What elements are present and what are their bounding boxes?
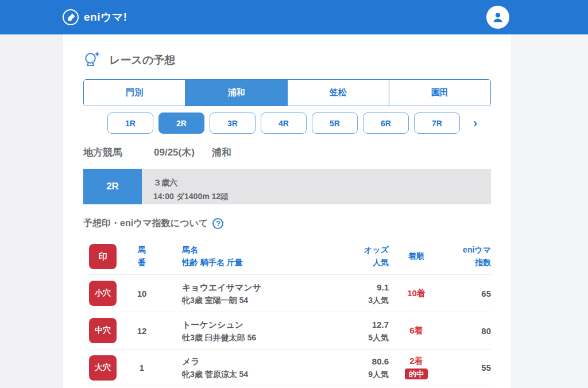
- odds-value: 9.1: [331, 281, 389, 294]
- row-mark-cell: 中穴: [89, 318, 117, 343]
- race-button-4r[interactable]: 4R: [261, 112, 307, 134]
- table-row[interactable]: 中穴 12 トーケンシュン 牡3歳 臼井健太郎 56 12.7 5人気 6着 8…: [89, 312, 491, 349]
- result-text: 6着: [409, 325, 423, 335]
- eniuma-index: 80: [444, 326, 491, 336]
- race-button-6r[interactable]: 6R: [363, 112, 409, 134]
- meta-date: 09/25(木): [154, 146, 195, 159]
- prediction-table: 印 馬 番 馬名 性齢 騎手名 斤量 オッズ 人気 着順: [89, 239, 491, 386]
- horse-name-cell: キョウエイサマンサ 牝3歳 室陽一朗 54: [163, 281, 331, 306]
- race-button-3r[interactable]: 3R: [210, 112, 256, 134]
- header-index-line2: 指数: [444, 257, 491, 269]
- race-details: 14:00 ダ1400m 12頭: [153, 191, 491, 202]
- venue-tab-kasamatsu[interactable]: 笠松: [287, 80, 389, 106]
- row-mark-cell: 小穴: [89, 281, 117, 306]
- result-text: 2着: [409, 356, 423, 367]
- top-header: eniウマ!: [0, 0, 588, 34]
- venue-tab-monbetsu[interactable]: 門別: [84, 80, 185, 106]
- logo-text: eniウマ!: [84, 10, 127, 25]
- horse-detail: 牡3歳 臼井健太郎 56: [182, 332, 331, 344]
- page-body: レースの予想 門別 浦和 笠松 園田 1R 2R 3R 4R 5R 6R 7R …: [0, 34, 588, 388]
- venue-tab-bar: 門別 浦和 笠松 園田: [83, 79, 491, 106]
- race-button-1r[interactable]: 1R: [107, 112, 153, 134]
- table-row[interactable]: 大穴 1 メラ 牝3歳 菅原涼太 54 80.6 9人気 2着 的中: [89, 349, 491, 386]
- header-horse-name: 馬名 性齢 騎手名 斤量: [163, 244, 331, 269]
- header-horse-number-line1: 馬: [121, 244, 163, 257]
- header-horse-name-line2: 性齢 騎手名 斤量: [182, 257, 331, 269]
- result-hit-wrap: 2着 的中: [389, 356, 444, 379]
- about-link-label: 予想印・eniウマ指数について: [83, 218, 208, 230]
- race-button-7r[interactable]: 7R: [414, 112, 460, 134]
- popularity: 3人気: [331, 294, 389, 306]
- row-mark-cell: 大穴: [89, 355, 117, 381]
- popularity: 9人気: [331, 368, 389, 381]
- venue-tab-urawa[interactable]: 浦和: [185, 80, 287, 106]
- odds-value: 80.6: [331, 355, 389, 368]
- odds-cell: 80.6 9人気: [331, 355, 389, 381]
- page-title: レースの予想: [109, 53, 175, 68]
- eniuma-index: 65: [444, 289, 491, 298]
- header-result: 着順: [389, 250, 444, 263]
- odds-cell: 9.1 3人気: [331, 281, 389, 306]
- race-name: ３歳六: [153, 177, 491, 188]
- horse-number: 10: [121, 289, 163, 298]
- header-odds: オッズ 人気: [331, 244, 389, 269]
- next-races-chevron-icon[interactable]: ›: [473, 117, 477, 130]
- header-horse-name-line1: 馬名: [182, 244, 331, 257]
- hit-badge: 的中: [405, 368, 428, 379]
- meta-venue: 浦和: [212, 146, 231, 159]
- user-avatar-button[interactable]: [486, 6, 509, 29]
- race-round-bar: 1R 2R 3R 4R 5R 6R 7R ›: [83, 112, 491, 134]
- page-title-row: レースの予想: [83, 50, 491, 70]
- race-info-bar: 2R ３歳六 14:00 ダ1400m 12頭: [83, 169, 491, 204]
- result-text: 10着: [407, 288, 425, 298]
- mark-header-badge: 印: [89, 244, 117, 269]
- race-description: ３歳六 14:00 ダ1400m 12頭: [142, 169, 491, 204]
- race-meta-row: 地方競馬 09/25(木) 浦和: [83, 146, 491, 159]
- table-row[interactable]: 小穴 10 キョウエイサマンサ 牝3歳 室陽一朗 54 9.1 3人気 10着 …: [89, 274, 491, 312]
- horse-name: メラ: [182, 355, 331, 368]
- header-horse-number-line2: 番: [121, 257, 163, 269]
- about-link[interactable]: 予想印・eniウマ指数について ?: [83, 218, 491, 230]
- header-horse-number: 馬 番: [121, 244, 163, 269]
- logo[interactable]: eniウマ!: [62, 9, 127, 26]
- user-icon: [491, 10, 505, 24]
- race-button-5r[interactable]: 5R: [312, 112, 358, 134]
- right-gutter: [511, 34, 588, 388]
- odds-value: 12.7: [331, 318, 389, 332]
- main-content: レースの予想 門別 浦和 笠松 園田 1R 2R 3R 4R 5R 6R 7R …: [63, 34, 511, 388]
- help-icon[interactable]: ?: [212, 218, 223, 229]
- mark-badge: 中穴: [89, 318, 117, 343]
- horse-name: トーケンシュン: [182, 318, 331, 332]
- popularity: 5人気: [331, 332, 389, 344]
- left-gutter: [0, 34, 63, 388]
- horse-number: 12: [121, 326, 163, 336]
- header-odds-line2: 人気: [331, 257, 389, 269]
- horse-name-cell: メラ 牝3歳 菅原涼太 54: [163, 355, 331, 381]
- mark-badge: 大穴: [89, 355, 117, 381]
- result-cell: 10着: [389, 288, 444, 299]
- eniuma-index: 55: [444, 363, 491, 373]
- horse-detail: 牝3歳 室陽一朗 54: [182, 294, 331, 306]
- app-root: eniウマ! レースの予想: [0, 0, 588, 388]
- horse-number: 1: [121, 363, 163, 373]
- mark-badge: 小穴: [89, 281, 117, 306]
- header-odds-line1: オッズ: [331, 244, 389, 257]
- race-button-2r[interactable]: 2R: [158, 112, 204, 134]
- meta-category: 地方競馬: [83, 146, 122, 159]
- horse-logo-icon: [62, 9, 79, 26]
- result-cell: 2着 的中: [389, 356, 444, 379]
- table-header-row: 印 馬 番 馬名 性齢 騎手名 斤量 オッズ 人気 着順: [89, 239, 491, 274]
- header-index: eniウマ 指数: [444, 244, 491, 269]
- header-index-line1: eniウマ: [444, 244, 491, 257]
- crystal-ball-icon: [83, 50, 101, 70]
- horse-name: キョウエイサマンサ: [182, 281, 331, 294]
- venue-tab-sonoda[interactable]: 園田: [389, 80, 490, 106]
- odds-cell: 12.7 5人気: [331, 318, 389, 344]
- horse-detail: 牝3歳 菅原涼太 54: [182, 368, 331, 381]
- horse-name-cell: トーケンシュン 牡3歳 臼井健太郎 56: [163, 318, 331, 344]
- header-mark: 印: [89, 244, 117, 269]
- result-cell: 6着: [389, 325, 444, 336]
- race-number-label: 2R: [83, 169, 142, 204]
